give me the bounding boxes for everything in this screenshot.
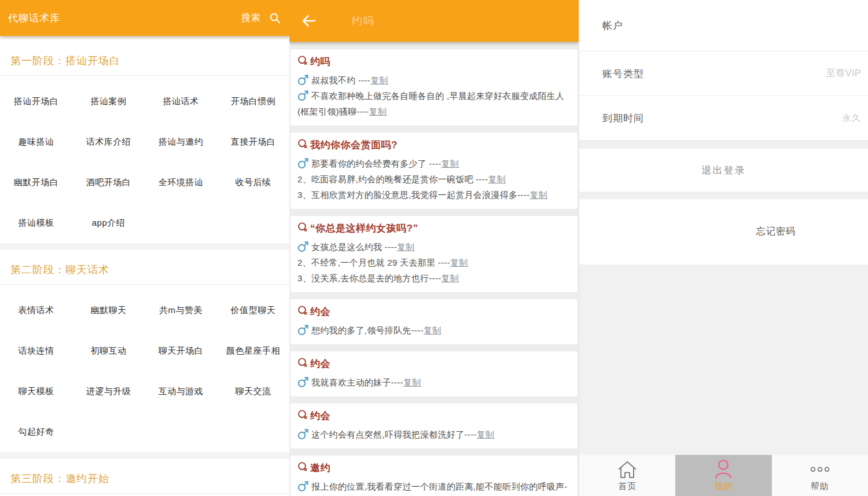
copy-link[interactable]: 复制	[424, 325, 442, 335]
empty-area	[579, 264, 868, 455]
copy-link[interactable]: 复制	[488, 174, 506, 184]
copy-link[interactable]: 复制	[442, 273, 459, 283]
category-grid: 表情话术幽默聊天共m与赞美价值型聊天话块连情初聊互动聊天开场白颜色星座手相聊天模…	[0, 285, 289, 452]
category-item[interactable]: 搭讪模板	[0, 203, 72, 243]
category-item[interactable]: 价值型聊天	[217, 290, 289, 330]
divider-band	[579, 192, 868, 199]
male-icon	[297, 376, 310, 388]
category-grid: 搭讪开场白搭讪案例搭讪话术开场白惯例趣味搭讪话术库介绍搭讪与邀约直接开场白幽默开…	[0, 76, 289, 243]
card-title-row: 邀约	[297, 462, 569, 474]
category-item[interactable]: 搭讪与邀约	[145, 122, 217, 162]
search-button[interactable]: 搜索	[241, 12, 281, 24]
answer-line: 3、没关系,去你总是去的地方也行----复制	[297, 270, 569, 286]
category-item[interactable]: 聊天模板	[0, 371, 72, 412]
category-item[interactable]: 开场白惯例	[217, 81, 289, 122]
script-library-screen: 代聊话术库 搜索 第一阶段：搭讪开场白搭讪开场白搭讪案例搭讪话术开场白惯例趣味搭…	[0, 0, 289, 496]
category-item[interactable]: 直接开场白	[217, 122, 289, 162]
female-icon	[297, 56, 308, 67]
answer-text: 那要看你的约会经费有多少了 ----	[311, 159, 442, 168]
section-title: 第二阶段：聊天话术	[10, 264, 109, 275]
copy-link[interactable]: 复制	[369, 106, 387, 116]
answer-line: 报上你的位置,我看看穿过一个街道的距离,能不能听到你的呼吸声----	[297, 479, 569, 496]
copy-link[interactable]: 复制	[442, 159, 459, 168]
answer-line: 2、不经常,一个月也就 29 天去那里 ----复制	[297, 255, 569, 270]
script-card: 约吗叔叔我不约 ----复制不喜欢那种晚上做完各自睡各自的 ,早晨起来穿好衣服变…	[290, 49, 578, 126]
back-button[interactable]	[301, 13, 317, 28]
logout-button[interactable]: 退出登录	[579, 149, 868, 192]
script-card: 邀约报上你的位置,我看看穿过一个街道的距离,能不能听到你的呼吸声----	[290, 455, 578, 496]
copy-link[interactable]: 复制	[477, 429, 495, 439]
card-title: 约会	[310, 410, 330, 421]
answer-text: 女孩总是这么约我 ----	[311, 242, 397, 252]
category-item[interactable]: 勾起好奇	[0, 412, 72, 452]
category-item[interactable]: 颜色星座手相	[217, 330, 289, 371]
card-title: 邀约	[310, 462, 330, 473]
account-row[interactable]: 账号类型至尊VIP	[579, 52, 868, 96]
account-row[interactable]: 到期时间永久	[579, 96, 868, 141]
category-item[interactable]: app介绍	[72, 203, 145, 243]
section-divider	[0, 36, 289, 41]
back-icon	[301, 13, 317, 28]
copy-link[interactable]: 复制	[530, 190, 548, 200]
category-item[interactable]: 聊天交流	[217, 371, 289, 412]
copy-link[interactable]: 复制	[450, 258, 468, 267]
category-item[interactable]: 幽默开场白	[0, 162, 72, 203]
script-card-list: 约吗叔叔我不约 ----复制不喜欢那种晚上做完各自睡各自的 ,早晨起来穿好衣服变…	[289, 42, 579, 496]
answer-line: 这个约会有点突然,吓得我把澡都洗好了----复制	[297, 427, 569, 442]
nav-tab-帮助[interactable]: 帮助	[772, 455, 868, 496]
account-row-label: 到期时间	[602, 112, 842, 125]
nav-label: 首页	[618, 481, 637, 492]
category-item[interactable]: 酒吧开场白	[72, 162, 145, 203]
section-divider	[0, 243, 289, 249]
category-item[interactable]: 趣味搭讪	[0, 122, 72, 162]
category-item[interactable]: 初聊互动	[72, 330, 145, 371]
category-item[interactable]: 搭讪话术	[145, 81, 217, 122]
answer-line: 女孩总是这么约我 ----复制	[297, 239, 569, 255]
nav-tab-首页[interactable]: 首页	[579, 455, 675, 496]
account-row[interactable]: 帐户	[579, 0, 868, 52]
answer-text: 报上你的位置,我看看穿过一个街道的距离,能不能听到你的呼吸声----	[297, 482, 568, 496]
female-icon	[297, 358, 308, 369]
forgot-password-link[interactable]: 忘记密码	[756, 226, 796, 238]
category-item[interactable]: 搭讪开场白	[0, 81, 72, 122]
nav-tab-我的[interactable]: 我的	[675, 455, 771, 496]
category-item[interactable]: 话块连情	[0, 330, 72, 371]
nav-label: 我的	[714, 481, 733, 492]
copy-link[interactable]: 复制	[403, 377, 421, 387]
person-icon	[712, 459, 735, 480]
section-header: 第一阶段：搭讪开场白	[0, 41, 289, 76]
category-item[interactable]: 幽默聊天	[72, 290, 145, 330]
script-card: 约会这个约会有点突然,吓得我把澡都洗好了----复制	[290, 403, 578, 449]
app-title: 代聊话术库	[8, 12, 60, 25]
category-item[interactable]: 全环境搭讪	[145, 162, 217, 203]
copy-link[interactable]: 复制	[397, 242, 415, 252]
account-row-value: 永久	[842, 112, 861, 124]
answer-line: 2、吃面容易胖,约会的晚餐还是赏你一碗饭吧 ----复制	[297, 171, 569, 187]
answer-line: 叔叔我不约 ----复制	[297, 72, 569, 88]
script-card: 我约你你会赏面吗?那要看你的约会经费有多少了 ----复制2、吃面容易胖,约会的…	[290, 133, 578, 209]
copy-link[interactable]: 复制	[370, 75, 388, 85]
category-item[interactable]: 表情话术	[0, 290, 72, 330]
male-icon	[297, 428, 310, 440]
script-card: 约会想约我的多了,领号排队先----复制	[290, 299, 578, 344]
category-item[interactable]: 聊天开场白	[145, 330, 217, 371]
forgot-password-block: 忘记密码	[579, 199, 868, 264]
male-icon	[297, 74, 310, 86]
category-item[interactable]: 互动与游戏	[145, 371, 217, 412]
male-icon	[297, 480, 310, 492]
category-item[interactable]: 进逻与升级	[72, 371, 145, 412]
category-item[interactable]: 搭讪案例	[72, 81, 145, 122]
card-title: 约会	[310, 358, 330, 369]
category-sections: 第一阶段：搭讪开场白搭讪开场白搭讪案例搭讪话术开场白惯例趣味搭讪话术库介绍搭讪与…	[0, 36, 289, 496]
card-title: 我约你你会赏面吗?	[310, 139, 398, 150]
category-item[interactable]: 话术库介绍	[72, 122, 145, 162]
category-item[interactable]: 共m与赞美	[145, 290, 217, 330]
section-header: 第二阶段：聊天话术	[0, 249, 289, 285]
category-item[interactable]: 收号后续	[217, 162, 289, 203]
account-row-label: 帐户	[602, 19, 861, 32]
detail-app-bar: 约吗	[289, 0, 579, 42]
card-title-row: 约会	[297, 410, 569, 422]
card-title-row: “你总是这样约女孩吗?”	[297, 222, 569, 234]
female-icon	[297, 462, 308, 473]
card-title: “你总是这样约女孩吗?”	[310, 223, 418, 234]
